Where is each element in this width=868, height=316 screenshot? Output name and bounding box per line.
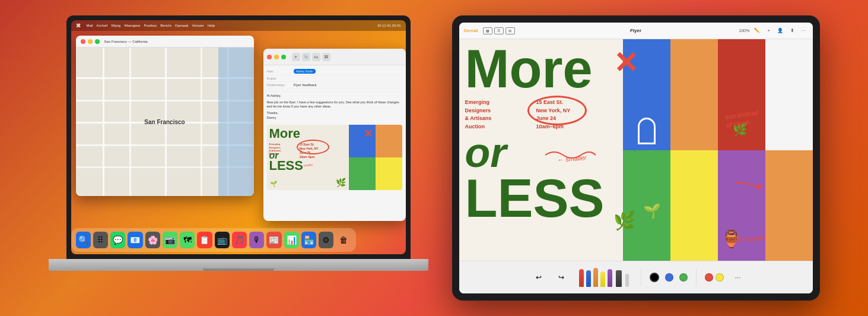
mail-cc-label: Kopie:: [267, 77, 294, 80]
menu-opmaak[interactable]: Opmaak: [175, 24, 189, 27]
window-minimize-btn[interactable]: [88, 39, 93, 44]
flyer-right-panels: [623, 39, 813, 261]
ipad-user-btn[interactable]: 👤: [775, 27, 786, 34]
mail-cc-row: Kopie:: [267, 75, 402, 82]
flyer-mini-smaller-annotation: ← smaller: [299, 163, 313, 168]
ipad-share-btn[interactable]: ⬆: [788, 27, 797, 34]
menu-mail[interactable]: Mail: [87, 24, 93, 27]
window-close-btn[interactable]: [81, 39, 85, 44]
dock-news[interactable]: 📰: [266, 232, 281, 248]
ipad-more-btn[interactable]: ···: [799, 27, 808, 34]
apple-menu[interactable]: ⌘: [76, 23, 81, 29]
mail-format-btn[interactable]: Aa: [312, 53, 320, 61]
dock-appstore[interactable]: 🏪: [301, 232, 316, 248]
color-swatch-green[interactable]: [679, 273, 688, 282]
ipad-pencil-icon[interactable]: ✏️: [752, 27, 762, 34]
menu-venster[interactable]: Venster: [192, 24, 204, 27]
undo-btn[interactable]: ↩: [530, 269, 547, 286]
annotation-circle: [527, 96, 587, 125]
macbook-screen-outer: ⌘ Mail Archief Wijzig Weergave Postbus B…: [66, 15, 411, 259]
map-titlebar: San Francisco — California: [76, 36, 254, 48]
pencil-tool-3[interactable]: [593, 268, 598, 287]
mail-to-row: Aan: Ashley Karlin: [267, 68, 402, 75]
map-city-label: San Francisco: [144, 119, 185, 125]
mail-subject-row: Onderwerp: Flyer feedback: [267, 82, 402, 89]
color-dot-red[interactable]: [705, 273, 713, 282]
menu-help[interactable]: Help: [208, 24, 215, 27]
menu-postbus[interactable]: Postbus: [144, 24, 157, 27]
dock-scripteditor[interactable]: ⚙: [319, 232, 333, 248]
annotation-squiggle: [542, 146, 602, 164]
menubar-right: Di 11:41 20:41: [377, 24, 400, 27]
color-group-extra: [705, 273, 724, 282]
ipad-toolbar: Geread ▦ ☰ ⊞ Flyer 100: [459, 23, 813, 39]
wallpaper-area: San Francisco — California: [71, 31, 406, 254]
ipad-bottom-toolbar: ↩ ↪: [459, 261, 813, 293]
ipad-toolbar-left: Geread ▦ ☰ ⊞: [464, 27, 515, 34]
pencil-tool-5[interactable]: [608, 269, 612, 287]
dock-podcasts[interactable]: 🎙: [249, 232, 264, 248]
menu-weergave[interactable]: Weergave: [124, 24, 140, 27]
dock-launchpad[interactable]: ⠿: [93, 232, 108, 248]
mail-photo-btn[interactable]: 🖼: [322, 53, 330, 61]
mail-send-btn[interactable]: ✈: [292, 53, 300, 61]
ipad-view-icon1[interactable]: ▦: [483, 27, 492, 34]
mail-attach-btn[interactable]: 📎: [302, 53, 310, 61]
flyer-event-details-left: Emerging Designers & Artisans Auction: [465, 99, 492, 131]
ipad-view-icon3[interactable]: ⊞: [505, 27, 515, 34]
dock-mail[interactable]: 📧: [128, 232, 142, 248]
map-content[interactable]: San Francisco: [76, 48, 254, 196]
window-zoom-btn[interactable]: [95, 39, 100, 44]
flyer-more-text: More: [465, 45, 593, 93]
dock: 🔍 ⠿ 💬 📧 🌸 📷 🗺 📋 📺 🎵 🎙 📰 📊 🏪: [71, 228, 356, 252]
dock-messages[interactable]: 💬: [110, 232, 125, 248]
mail-minimize-btn[interactable]: [274, 55, 279, 59]
mail-flyer-attachment[interactable]: More EmergingDesigners& ArtisansAuction …: [267, 125, 402, 190]
marker-tool[interactable]: [616, 270, 622, 287]
divider2: [696, 268, 697, 286]
pencil-tool-1[interactable]: [579, 269, 584, 287]
map-window[interactable]: San Francisco — California: [76, 36, 254, 196]
eraser-tool[interactable]: [625, 274, 629, 287]
mail-body-text[interactable]: Hi Ashley, New job on the flyer. I have …: [263, 91, 406, 122]
dock-maps[interactable]: 🗺: [180, 232, 195, 248]
dock-trash[interactable]: 🗑: [336, 232, 351, 248]
flyer-or-text: or: [465, 134, 507, 172]
dock-finder[interactable]: 🔍: [76, 232, 91, 248]
mail-compose-window[interactable]: ✈ 📎 Aa 🖼 Aan: Ashley Karlin: [263, 49, 406, 221]
mail-zoom-btn[interactable]: [281, 55, 286, 59]
annotation-x-mark: ✕: [613, 48, 638, 78]
dock-facetime[interactable]: 📷: [163, 232, 177, 248]
ipad-toolbar-right: 100% ✏️ + 👤 ⬆ ···: [739, 27, 807, 34]
pencil-tool-4[interactable]: [600, 271, 605, 287]
menu-wijzig[interactable]: Wijzig: [111, 24, 120, 27]
dock-appletv[interactable]: 📺: [215, 232, 230, 248]
dock-reminders[interactable]: 📋: [197, 232, 212, 248]
menu-archief[interactable]: Archief: [97, 24, 108, 27]
ipad-view-icon2[interactable]: ☰: [494, 27, 504, 34]
macbook-base: [49, 259, 428, 271]
ipad-screen: Geread ▦ ☰ ⊞ Flyer 100: [459, 23, 813, 293]
color-dot-yellow[interactable]: [716, 273, 724, 282]
mail-close-btn[interactable]: [267, 55, 272, 59]
mail-subject-label: Onderwerp:: [267, 83, 294, 87]
menubar: ⌘ Mail Archief Wijzig Weergave Postbus B…: [71, 20, 406, 31]
pencil-tool-2[interactable]: [586, 270, 591, 287]
ipad-add-btn[interactable]: +: [765, 27, 772, 34]
dock-music[interactable]: 🎵: [232, 232, 247, 248]
color-row-top: [705, 273, 724, 282]
mail-recipient-tag[interactable]: Ashley Karlin: [294, 69, 316, 74]
color-swatch-blue[interactable]: [665, 273, 673, 282]
dock-photos[interactable]: 🌸: [145, 232, 160, 248]
color-swatch-black[interactable]: [650, 273, 659, 282]
dock-numbers[interactable]: 📊: [284, 232, 299, 248]
menu-bericht[interactable]: Bericht: [160, 24, 171, 27]
pencil-tools-group: [579, 268, 629, 287]
more-options-btn[interactable]: ···: [735, 273, 740, 282]
menubar-clock: Di 11:41 20:41: [377, 24, 400, 27]
mail-toolbar: ✈ 📎 Aa 🖼: [263, 49, 406, 65]
macbook-device: ⌘ Mail Archief Wijzig Weergave Postbus B…: [49, 15, 428, 301]
redo-btn[interactable]: ↪: [553, 269, 570, 286]
ipad-back-btn[interactable]: Geread: [464, 29, 478, 33]
macbook-screen: ⌘ Mail Archief Wijzig Weergave Postbus B…: [71, 20, 406, 254]
